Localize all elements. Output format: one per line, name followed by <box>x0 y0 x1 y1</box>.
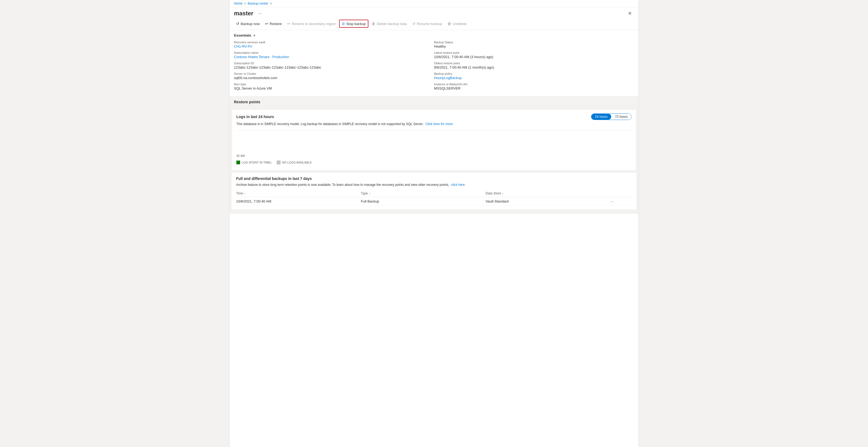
backup-policy-field: Backup policy HourlyLogBackup <box>434 72 634 80</box>
restore-button[interactable]: ↩ Restore <box>263 20 284 27</box>
legend-item-no-logs: NO LOGS AVAILABLE <box>277 160 312 164</box>
close-button[interactable]: ✕ <box>626 9 634 18</box>
subscription-id-label: Subscription ID <box>234 62 434 65</box>
subscription-name-value[interactable]: Contoso Hotels Tenant - Production <box>234 55 289 59</box>
logs-panel-title: Logs in last 24 hours <box>236 115 274 119</box>
page-header: master ··· ✕ <box>230 7 638 18</box>
timeline-label: 30 AM <box>236 154 632 157</box>
latest-restore-value: 10/8/2021, 7:00:40 AM (3 hour(s) ago) <box>434 55 634 59</box>
oldest-restore-field: Oldest restore point 9/8/2021, 7:00:40 A… <box>434 62 634 69</box>
table-header-actions <box>610 191 632 195</box>
backup-now-button[interactable]: ↺ Backup now <box>234 20 262 27</box>
backup-status-field: Backup Status Healthy <box>434 40 634 49</box>
recovery-vault-label: Recovery services vault <box>234 40 434 44</box>
breadcrumb-sep2: > <box>270 2 272 5</box>
item-type-label: Item type <box>234 83 434 86</box>
breadcrumb-sep1: > <box>244 2 246 5</box>
sort-time-icon[interactable]: ↕ <box>244 192 246 195</box>
page-title: master <box>234 10 253 17</box>
instance-field: Instance or AlwaysOn AG MSSQLSERVER <box>434 83 634 90</box>
backup-now-icon: ↺ <box>236 22 239 26</box>
item-type-value: SQL Server in Azure VM <box>234 86 434 90</box>
server-cluster-label: Server or Cluster <box>234 72 434 75</box>
timeline-area: 30 AM LOG (POINT IN TIME) NO LOGS AVAILA… <box>236 130 632 167</box>
time-toggle: 24 hours 72 hours <box>591 114 632 120</box>
subscription-id-value: 123abc-123abc-123abc-123abc-123abc-123ab… <box>234 65 434 69</box>
instance-value: MSSQLSERVER <box>434 86 634 90</box>
oldest-restore-label: Oldest restore point <box>434 62 634 65</box>
delete-backup-button[interactable]: 🗑 Delete backup data <box>369 20 409 27</box>
toolbar: ↺ Backup now ↩ Restore ↩ Restore to seco… <box>230 18 638 30</box>
server-cluster-field: Server or Cluster sql00.na.contosohotels… <box>234 72 434 80</box>
table-cell-time: 10/8/2021, 7:00:40 AM <box>236 199 361 203</box>
time-72h-button[interactable]: 72 hours <box>611 114 631 120</box>
essentials-right: Backup Status Healthy Latest restore poi… <box>434 40 634 93</box>
breadcrumb: Home > Backup center > <box>234 2 634 5</box>
undelete-button[interactable]: 🗑 Undelete <box>445 20 469 27</box>
restore-secondary-icon: ↩ <box>287 22 290 26</box>
table-header-time: Time ↕ <box>236 191 361 195</box>
logs-message: This database is in SIMPLE recovery mode… <box>236 122 632 126</box>
main-container: Home > Backup center > master ··· ✕ ↺ Ba… <box>230 0 638 447</box>
restore-points-header: Restore points <box>230 96 638 107</box>
undelete-icon: 🗑 <box>447 22 451 26</box>
legend-label-log: LOG (POINT IN TIME) <box>242 161 271 164</box>
breadcrumb-backup-center[interactable]: Backup center <box>248 2 268 5</box>
table-header-type: Type ↕ <box>361 191 486 195</box>
oldest-restore-value: 9/8/2021, 7:00:40 AM (1 month(s) ago) <box>434 65 634 69</box>
essentials-section: Essentials ∧ Recovery services vault CH1… <box>230 30 638 96</box>
table-header: Time ↕ Type ↕ Data Store ↕ <box>236 190 632 197</box>
recovery-vault-value[interactable]: CH1-RV-Pri <box>234 44 252 49</box>
essentials-left: Recovery services vault CH1-RV-Pri Subsc… <box>234 40 434 93</box>
logs-click-here-link[interactable]: Click here for more <box>425 122 453 126</box>
table-cell-type: Full Backup <box>361 199 486 203</box>
full-backups-section: Full and differential backups in last 7 … <box>232 173 636 210</box>
ellipsis-button[interactable]: ··· <box>256 10 264 18</box>
server-cluster-value: sql00.na.contosohotels.com <box>234 76 434 80</box>
full-backups-title: Full and differential backups in last 7 … <box>236 176 632 181</box>
essentials-grid: Recovery services vault CH1-RV-Pri Subsc… <box>234 40 634 93</box>
table-cell-row-actions[interactable]: ··· <box>610 199 632 203</box>
backup-status-value: Healthy <box>434 44 634 49</box>
resume-backup-icon: ↺ <box>412 22 415 26</box>
latest-restore-field: Latest restore point 10/8/2021, 7:00:40 … <box>434 51 634 59</box>
table-cell-datastore: Vault-Standard <box>486 199 610 203</box>
logs-panel: Logs in last 24 hours 24 hours 72 hours … <box>232 110 636 171</box>
table-header-datastore: Data Store ↕ <box>486 191 610 195</box>
subscription-id-field: Subscription ID 123abc-123abc-123abc-123… <box>234 62 434 69</box>
essentials-title: Essentials <box>234 33 251 37</box>
latest-restore-label: Latest restore point <box>434 51 634 54</box>
restore-points-section: Restore points Logs in last 24 hours 24 … <box>230 96 638 214</box>
legend-label-no-logs: NO LOGS AVAILABLE <box>282 161 312 164</box>
sort-type-icon[interactable]: ↕ <box>369 192 370 195</box>
legend-item-log: LOG (POINT IN TIME) <box>236 160 271 164</box>
stop-backup-button[interactable]: ⊘ Stop backup <box>339 20 368 28</box>
subscription-name-label: Subscription name <box>234 51 434 54</box>
breadcrumb-home[interactable]: Home <box>234 2 243 5</box>
top-bar: Home > Backup center > <box>230 0 638 7</box>
recovery-vault-field: Recovery services vault CH1-RV-Pri <box>234 40 434 49</box>
backup-policy-label: Backup policy <box>434 72 634 75</box>
restore-secondary-button[interactable]: ↩ Restore to secondary region <box>285 20 338 27</box>
table-row: 10/8/2021, 7:00:40 AM Full Backup Vault-… <box>236 197 632 206</box>
stop-backup-icon: ⊘ <box>342 22 345 26</box>
full-backups-link[interactable]: click here. <box>451 183 466 187</box>
time-24h-button[interactable]: 24 hours <box>591 114 612 120</box>
legend-color-green <box>236 160 240 164</box>
full-backups-msg: Archive feature to store long term reten… <box>236 183 632 187</box>
delete-backup-icon: 🗑 <box>372 22 375 26</box>
item-type-field: Item type SQL Server in Azure VM <box>234 83 434 90</box>
subscription-name-field: Subscription name Contoso Hotels Tenant … <box>234 51 434 59</box>
essentials-header: Essentials ∧ <box>234 33 634 37</box>
backup-status-label: Backup Status <box>434 40 634 44</box>
backup-policy-value[interactable]: HourlyLogBackup <box>434 76 462 80</box>
resume-backup-button[interactable]: ↺ Resume backup <box>410 20 444 27</box>
sort-datastore-icon[interactable]: ↕ <box>502 192 503 195</box>
instance-label: Instance or AlwaysOn AG <box>434 83 634 86</box>
legend-color-gray <box>277 160 280 164</box>
timeline-legend: LOG (POINT IN TIME) NO LOGS AVAILABLE <box>236 158 632 167</box>
essentials-collapse-button[interactable]: ∧ <box>253 34 255 37</box>
restore-icon: ↩ <box>265 22 268 26</box>
logs-panel-header: Logs in last 24 hours 24 hours 72 hours <box>236 114 632 120</box>
